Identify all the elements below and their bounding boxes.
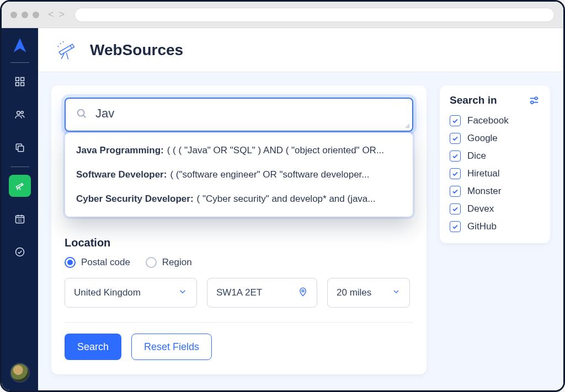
search-input[interactable]	[95, 106, 403, 121]
radius-value: 20 miles	[337, 287, 371, 298]
copy-icon[interactable]	[9, 137, 31, 159]
sliders-icon[interactable]	[528, 94, 540, 106]
suggestion-title: Java Programming:	[76, 145, 164, 156]
suggestion-item[interactable]: Software Developer: ( ("software enginee…	[68, 163, 409, 187]
location-mode-radios: Postal code Region	[65, 257, 413, 268]
svg-point-12	[57, 46, 58, 47]
sidebar-divider	[10, 62, 29, 63]
checkbox-icon	[450, 168, 461, 179]
chevron-down-icon	[178, 287, 188, 299]
check-circle-icon[interactable]	[9, 241, 31, 263]
search-button-label: Search	[77, 341, 109, 353]
suggestion-item[interactable]: Cyber Security Developer: ( "Cyber secur…	[68, 187, 409, 211]
people-icon[interactable]	[9, 104, 31, 126]
source-checkbox[interactable]: Hiretual	[450, 168, 540, 179]
radio-dot-icon	[65, 257, 76, 268]
svg-point-5	[21, 111, 23, 114]
svg-point-9	[16, 248, 24, 256]
source-label: Facebook	[467, 115, 509, 126]
search-in-header: Search in	[450, 94, 540, 106]
chevron-down-icon	[392, 287, 401, 299]
search-box: Java Programming: ( ( ( "Java" OR "SQL" …	[65, 98, 413, 132]
reset-fields-button-label: Reset Fields	[144, 341, 199, 353]
avatar[interactable]	[10, 363, 30, 383]
suggestion-query: ( "Cyber security" and develop* and (jav…	[197, 194, 402, 205]
svg-point-16	[531, 101, 534, 104]
checkbox-icon	[450, 186, 461, 197]
source-checkbox[interactable]: Google	[450, 133, 540, 144]
sidebar-nav-bottom: 31	[9, 175, 31, 263]
radio-region[interactable]: Region	[146, 257, 192, 268]
search-icon	[76, 108, 88, 120]
suggestion-title: Software Developer:	[76, 169, 167, 180]
app-logo-icon[interactable]	[10, 36, 29, 55]
checkbox-icon	[450, 221, 461, 232]
suggestion-query: ( ("software engineer" OR "software deve…	[170, 169, 402, 180]
close-dot-icon[interactable]	[10, 12, 17, 18]
dashboard-icon[interactable]	[9, 71, 31, 93]
source-checkbox[interactable]: Devex	[450, 203, 540, 214]
radio-dot-icon	[146, 257, 157, 268]
radio-postal-code[interactable]: Postal code	[65, 257, 130, 268]
browser-titlebar: < >	[2, 2, 563, 28]
main: WebSources Java Programming: ( ( ( "Java…	[38, 28, 563, 390]
header: WebSources	[38, 28, 563, 72]
location-fields: United Kingdom SW1A 2ET	[65, 278, 413, 308]
svg-point-11	[63, 41, 64, 42]
checkbox-icon	[450, 115, 461, 126]
svg-point-4	[17, 111, 20, 115]
app-window: < >	[0, 0, 565, 392]
source-label: Dice	[467, 151, 486, 162]
svg-text:31: 31	[18, 218, 22, 222]
svg-point-14	[302, 289, 304, 292]
traffic-lights	[10, 12, 39, 18]
minimize-dot-icon[interactable]	[22, 12, 28, 18]
search-in-card: Search in FacebookGoogleDiceHiretualMons…	[440, 85, 550, 243]
country-value: United Kingdom	[74, 287, 141, 298]
search-button[interactable]: Search	[65, 334, 121, 360]
svg-rect-2	[16, 83, 19, 86]
app-body: 31	[2, 28, 563, 390]
radius-select[interactable]: 20 miles	[327, 278, 410, 308]
sidebar-nav-top	[9, 71, 31, 159]
page-title: WebSources	[90, 41, 183, 59]
source-label: GitHub	[467, 221, 497, 232]
postal-code-input[interactable]: SW1A 2ET	[207, 278, 317, 308]
reset-fields-button[interactable]: Reset Fields	[131, 334, 212, 360]
checkbox-icon	[450, 151, 461, 162]
svg-point-15	[535, 97, 537, 100]
search-card: Java Programming: ( ( ( "Java" OR "SQL" …	[51, 85, 427, 374]
suggestion-title: Cyber Security Developer:	[76, 194, 194, 205]
suggestion-item[interactable]: Java Programming: ( ( ( "Java" OR "SQL" …	[68, 138, 409, 163]
country-select[interactable]: United Kingdom	[65, 278, 197, 308]
sidebar: 31	[2, 28, 38, 390]
location-label: Location	[65, 237, 413, 249]
zoom-dot-icon[interactable]	[33, 12, 39, 18]
svg-point-10	[60, 43, 61, 44]
source-checkbox[interactable]: Monster	[450, 186, 540, 197]
radio-label: Postal code	[81, 257, 130, 268]
source-label: Devex	[467, 203, 494, 214]
svg-rect-6	[18, 146, 24, 152]
sidebar-divider	[10, 167, 29, 167]
url-bar[interactable]	[74, 8, 555, 22]
radio-label: Region	[162, 257, 192, 268]
source-checkbox[interactable]: Facebook	[450, 115, 540, 126]
source-list: FacebookGoogleDiceHiretualMonsterDevexGi…	[450, 115, 540, 232]
source-checkbox[interactable]: Dice	[450, 151, 540, 162]
svg-point-13	[78, 110, 84, 116]
source-checkbox[interactable]: GitHub	[450, 221, 540, 232]
calendar-icon[interactable]: 31	[9, 208, 31, 230]
svg-rect-0	[16, 78, 19, 81]
source-label: Monster	[467, 186, 501, 197]
telescope-icon[interactable]	[9, 175, 31, 197]
resize-handle-icon[interactable]	[405, 123, 409, 128]
search-suggestions: Java Programming: ( ( ( "Java" OR "SQL" …	[65, 133, 413, 217]
location-section: Location Postal code Region	[65, 237, 413, 308]
postal-code-value: SW1A 2ET	[216, 287, 262, 298]
source-label: Hiretual	[467, 168, 500, 179]
nav-arrows-icon[interactable]: < >	[48, 9, 66, 20]
map-pin-icon	[298, 287, 308, 299]
suggestion-query: ( ( ( "Java" OR "SQL" ) AND ( "object or…	[167, 145, 402, 156]
svg-rect-3	[21, 83, 24, 86]
